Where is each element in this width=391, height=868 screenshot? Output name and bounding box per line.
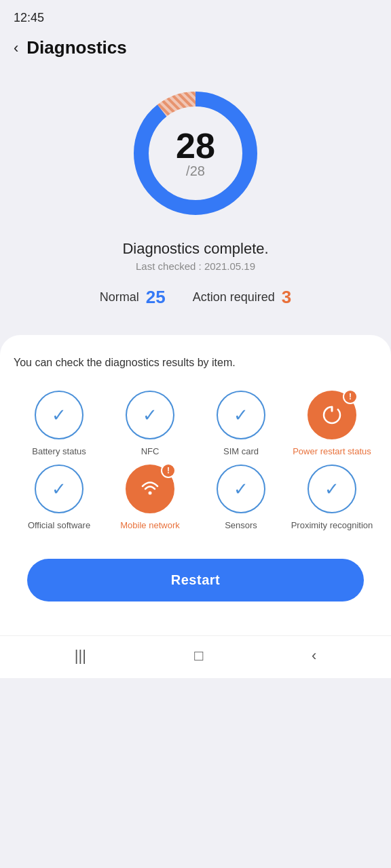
diag-circle-power-restart: !	[308, 391, 356, 439]
stats-row: Normal 25 Action required 3	[100, 287, 291, 308]
diag-label-mobile-network: Mobile network	[120, 520, 179, 532]
mobile-network-icon	[139, 478, 161, 500]
action-label: Action required	[193, 290, 275, 304]
diag-item-mobile-network[interactable]: ! Mobile network	[105, 465, 196, 532]
card-section: You can check the diagnostics results by…	[0, 335, 391, 635]
exclamation-icon-mobile: !	[162, 465, 174, 477]
home-button[interactable]: □	[194, 647, 203, 665]
mobile-network-alert-badge: !	[161, 463, 176, 478]
back-button[interactable]: ‹	[14, 39, 18, 57]
restart-button-wrapper: Restart	[14, 545, 377, 622]
normal-stat: Normal 25	[100, 287, 166, 308]
restart-button[interactable]: Restart	[27, 559, 364, 601]
diag-label-sensors: Sensors	[225, 520, 257, 532]
check-icon-proximity: ✓	[324, 479, 339, 500]
diag-item-official-software[interactable]: ✓ Official software	[14, 465, 105, 532]
svg-point-6	[149, 492, 152, 495]
diagnostics-title: Diagnostics complete.	[122, 240, 268, 258]
diag-item-battery[interactable]: ✓ Battery status	[14, 391, 105, 458]
back-nav-button[interactable]: ‹	[312, 647, 316, 665]
header: ‹ Diagnostics	[0, 31, 391, 72]
diag-item-nfc[interactable]: ✓ NFC	[105, 391, 196, 458]
check-icon-sensors: ✓	[234, 479, 248, 500]
recent-apps-button[interactable]: |||	[75, 647, 86, 665]
check-icon-sim: ✓	[234, 405, 248, 426]
normal-label: Normal	[100, 290, 139, 304]
donut-center: 28 /28	[176, 128, 215, 179]
diag-item-proximity[interactable]: ✓ Proximity recognition	[286, 465, 377, 532]
diag-circle-battery: ✓	[35, 391, 83, 439]
page-title: Diagnostics	[26, 37, 126, 58]
donut-chart: 28 /28	[128, 85, 263, 221]
donut-value: 28	[176, 128, 215, 163]
diagnostics-grid: ✓ Battery status ✓ NFC ✓ SIM card	[14, 391, 377, 532]
power-restart-alert-badge: !	[343, 389, 358, 404]
status-time: 12:45	[14, 11, 44, 25]
card-description: You can check the diagnostics results by…	[14, 355, 377, 370]
check-icon-battery: ✓	[52, 405, 67, 426]
diag-circle-proximity: ✓	[308, 465, 356, 513]
diag-circle-official-software: ✓	[35, 465, 83, 513]
diag-label-power-restart: Power restart status	[293, 446, 371, 458]
diag-item-sensors[interactable]: ✓ Sensors	[196, 465, 286, 532]
diag-label-sim: SIM card	[223, 446, 259, 458]
action-value: 3	[282, 287, 291, 308]
power-restart-icon	[321, 404, 343, 426]
diag-label-nfc: NFC	[141, 446, 160, 458]
diag-circle-sim: ✓	[217, 391, 265, 439]
diag-circle-sensors: ✓	[217, 465, 265, 513]
diag-circle-nfc: ✓	[126, 391, 174, 439]
diag-item-sim[interactable]: ✓ SIM card	[196, 391, 286, 458]
diagnostics-subtitle: Last checked : 2021.05.19	[122, 260, 268, 272]
status-bar: 12:45	[0, 0, 391, 31]
chart-area: 28 /28 Diagnostics complete. Last checke…	[0, 72, 391, 321]
check-icon-nfc: ✓	[143, 405, 157, 426]
diag-circle-mobile-network: !	[126, 465, 174, 513]
check-icon-official-software: ✓	[52, 479, 67, 500]
bottom-nav: ||| □ ‹	[0, 635, 391, 678]
donut-total: /28	[176, 163, 215, 179]
action-stat: Action required 3	[193, 287, 292, 308]
normal-value: 25	[146, 287, 166, 308]
diagnostics-summary: Diagnostics complete. Last checked : 202…	[122, 240, 268, 272]
exclamation-icon: !	[344, 391, 356, 403]
diag-label-proximity: Proximity recognition	[291, 520, 373, 532]
diag-label-official-software: Official software	[28, 520, 90, 532]
diag-item-power-restart[interactable]: ! Power restart status	[286, 391, 377, 458]
diag-label-battery: Battery status	[32, 446, 86, 458]
